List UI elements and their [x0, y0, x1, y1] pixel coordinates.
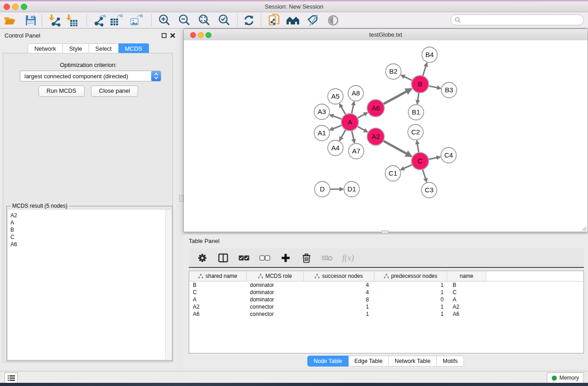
table-cell[interactable]: dominator — [247, 296, 304, 303]
graph-node-B1[interactable]: B1 — [408, 105, 424, 120]
open-session-button[interactable] — [3, 13, 17, 28]
table-cell[interactable]: C — [189, 289, 247, 295]
graph-node-B[interactable]: B — [411, 76, 429, 93]
run-mcds-button[interactable]: Run MCDS — [38, 86, 85, 97]
table-cell[interactable]: A6 — [447, 311, 486, 317]
table-cell[interactable]: dominator — [247, 289, 304, 295]
deselect-all-button[interactable] — [258, 252, 271, 264]
result-item[interactable]: A2 — [8, 212, 172, 219]
save-session-button[interactable] — [24, 13, 38, 28]
column-header-shared-name[interactable]: shared name — [189, 271, 247, 281]
zoom-window-button[interactable] — [21, 4, 27, 10]
close-panel-action-button[interactable]: Close panel — [91, 86, 139, 97]
table-cell[interactable]: 1 — [374, 282, 447, 288]
graph-node-C[interactable]: C — [411, 152, 429, 170]
column-header-name[interactable]: name — [447, 271, 486, 281]
tab-motifs[interactable]: Motifs — [437, 356, 464, 367]
tab-network-table[interactable]: Network Table — [389, 356, 437, 367]
table-cell[interactable]: A — [447, 296, 486, 303]
table-cell[interactable]: 1 — [374, 289, 447, 295]
search-input[interactable] — [461, 16, 576, 24]
column-header-predecessor-nodes[interactable]: predecessor nodes — [374, 271, 447, 281]
search-field[interactable] — [450, 14, 584, 25]
result-item[interactable]: B — [8, 226, 172, 234]
graph-node-A7[interactable]: A7 — [349, 143, 364, 159]
table-cell[interactable]: B — [447, 282, 486, 288]
table-cell[interactable]: 1 — [304, 304, 374, 310]
import-table-button[interactable] — [64, 13, 79, 28]
export-network-button[interactable] — [92, 13, 107, 28]
tab-edge-table[interactable]: Edge Table — [349, 356, 389, 367]
table-row[interactable]: A2connector11A2 — [189, 303, 583, 310]
table-row[interactable]: Adominator80A — [189, 296, 583, 303]
graph-node-B2[interactable]: B2 — [386, 64, 401, 79]
zoom-fit-button[interactable] — [197, 13, 211, 28]
label-button[interactable] — [306, 13, 320, 28]
graph-node-C3[interactable]: C3 — [421, 182, 437, 198]
graph-node-A4[interactable]: A4 — [328, 140, 343, 156]
refresh-button[interactable] — [242, 13, 256, 28]
export-image-button[interactable] — [129, 13, 143, 28]
result-item[interactable]: C — [8, 234, 172, 241]
table-cell[interactable]: 0 — [374, 296, 447, 303]
criterion-dropdown[interactable]: largest connected component (directed) — [20, 71, 161, 81]
network-window-titlebar[interactable]: testGlobe.txt — [184, 29, 588, 41]
table-cell[interactable]: 8 — [304, 296, 374, 303]
result-list-scrollbar[interactable] — [165, 210, 172, 360]
delete-columns-button[interactable] — [300, 252, 313, 264]
resize-grip-icon[interactable] — [581, 225, 587, 231]
table-row[interactable]: A6connector11A6 — [189, 310, 583, 318]
table-row[interactable]: Bdominator41B — [189, 281, 583, 289]
graph-node-A[interactable]: A — [341, 114, 359, 131]
zoom-selected-button[interactable] — [217, 13, 231, 28]
table-cell[interactable]: A2 — [189, 304, 247, 310]
graph-node-D[interactable]: D — [315, 181, 330, 197]
graph-node-C4[interactable]: C4 — [441, 148, 456, 163]
table-cell[interactable]: connector — [247, 304, 304, 310]
create-column-button[interactable] — [279, 252, 292, 264]
table-cell[interactable]: dominator — [247, 282, 304, 288]
show-column-panel-button[interactable] — [217, 252, 229, 264]
graph-node-C2[interactable]: C2 — [408, 124, 423, 140]
select-all-button[interactable] — [238, 252, 250, 264]
horizontal-splitter-handle[interactable] — [382, 230, 388, 234]
zoom-in-button[interactable] — [157, 13, 172, 28]
network-minimize-button[interactable] — [198, 32, 204, 38]
graph-node-B3[interactable]: B3 — [441, 82, 457, 98]
eye-button[interactable] — [326, 13, 340, 28]
table-cell[interactable]: A2 — [447, 304, 486, 310]
mcds-result-list[interactable]: A2 A B C A6 — [7, 209, 172, 360]
graph-node-A6[interactable]: A6 — [367, 100, 384, 117]
graph-node-A3[interactable]: A3 — [314, 104, 330, 119]
network-graph[interactable]: B4B2B3A8A5B1A3C2A1A4A7C4C1C3DD1BA6AA2C — [184, 40, 588, 232]
table-cell[interactable]: 4 — [304, 289, 374, 295]
table-settings-button[interactable] — [196, 252, 209, 264]
float-panel-button[interactable] — [161, 32, 167, 38]
network-zoom-button[interactable] — [206, 32, 211, 38]
graph-node-C1[interactable]: C1 — [385, 166, 401, 181]
graph-node-A5[interactable]: A5 — [328, 89, 343, 104]
close-window-button[interactable] — [4, 4, 10, 10]
table-cell[interactable]: B — [189, 282, 247, 288]
table-cell[interactable]: C — [447, 289, 486, 295]
close-panel-button[interactable] — [169, 32, 176, 38]
export-table-button[interactable] — [109, 13, 124, 28]
graph-node-D1[interactable]: D1 — [344, 181, 359, 197]
vertical-splitter-handle[interactable] — [179, 195, 183, 202]
graph-node-A8[interactable]: A8 — [348, 86, 363, 101]
table-cell[interactable]: A6 — [189, 311, 247, 317]
column-header-mcds-role[interactable]: MCDS role — [247, 271, 304, 281]
network-close-button[interactable] — [190, 32, 196, 38]
result-item[interactable]: A — [8, 219, 172, 226]
zoom-out-button[interactable] — [177, 13, 191, 28]
duplicate-network-button[interactable] — [267, 13, 282, 28]
graph-node-B4[interactable]: B4 — [422, 47, 437, 62]
minimize-window-button[interactable] — [12, 4, 19, 10]
table-row[interactable]: Cdominator41C — [189, 289, 583, 296]
import-network-button[interactable] — [47, 13, 62, 28]
table-cell[interactable]: 1 — [374, 311, 447, 317]
table-cell[interactable]: A — [189, 296, 247, 303]
table-cell[interactable]: 1 — [304, 311, 374, 317]
column-header-successor-nodes[interactable]: successor nodes — [304, 271, 374, 281]
network-canvas[interactable]: B4B2B3A8A5B1A3C2A1A4A7C4C1C3DD1BA6AA2C — [184, 40, 588, 232]
